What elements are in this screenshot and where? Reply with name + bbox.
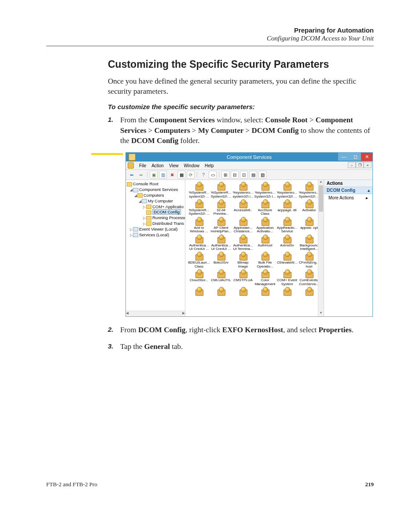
dcom-item[interactable]: ComEvents.ComServic... <box>298 269 320 286</box>
dcom-item[interactable]: AccStoreClass <box>254 199 276 216</box>
dcom-item[interactable]: COM+ EventSystem <box>276 269 298 286</box>
tree-horizontal-scrollbar[interactable]: ◀▶ <box>126 311 185 316</box>
dcom-item[interactable]: Bulk FileOperatio... <box>254 252 276 268</box>
dcom-item[interactable]: CMLUAUTIL <box>210 269 232 286</box>
scroll-thumb[interactable] <box>319 185 323 212</box>
minimize-button[interactable]: — <box>338 153 350 161</box>
dcom-item[interactable]: CElevateW... <box>276 252 298 268</box>
dcom-item[interactable]: %systemro...system32\ ... <box>276 182 298 198</box>
toolbar-extra-3[interactable]: ⊡ <box>240 171 248 179</box>
up-button[interactable]: ▣ <box>150 171 158 179</box>
dcom-item[interactable]: Activator <box>298 199 320 216</box>
dcom-item[interactable]: BDEUILaun...Class <box>188 252 210 268</box>
toolbar-extra-2[interactable]: ⊟ <box>231 171 239 179</box>
tree-component-services[interactable]: Component Services <box>139 187 178 192</box>
dcom-component-icon <box>282 269 292 278</box>
dcom-item[interactable]: Authentica...UI CredUI ... <box>210 235 232 251</box>
actions-more-actions[interactable]: More Actions▸ <box>324 194 372 202</box>
dcom-item[interactable]: Add toWindows ... <box>188 217 210 234</box>
dcom-item[interactable]: %SystemR...System32\ ... <box>188 199 210 216</box>
dcom-item[interactable]: Accessibili.. <box>232 199 254 216</box>
actions-section[interactable]: DCOM Config▴ <box>324 187 372 194</box>
step-number: 3. <box>108 341 120 352</box>
tree-computers[interactable]: Computers <box>144 193 164 198</box>
dcom-item[interactable]: %systemro...System32\ I... <box>254 182 276 198</box>
dcom-item-sublabel: system32\ i... <box>232 195 254 198</box>
toolbar-extra-5[interactable]: ▧ <box>258 171 266 179</box>
dcom-item[interactable]: BitmapImage <box>232 252 254 268</box>
close-button[interactable]: ✕ <box>361 153 372 161</box>
dcom-item[interactable]: CloudStor... <box>188 269 210 286</box>
dcom-item[interactable]: AppInstan...CInstance... <box>232 217 254 234</box>
dcom-item[interactable]: %SystemR...system32\ ... <box>188 182 210 198</box>
tree-dcom-config[interactable]: DCOM Config <box>152 209 181 215</box>
tree-com-plus-applications[interactable]: COM+ Applicatio <box>152 204 184 209</box>
menu-action[interactable]: Action <box>151 163 164 168</box>
menubar: File Action View Window Help – ❐ × <box>126 161 372 170</box>
mdi-restore-button[interactable]: ❐ <box>356 162 364 168</box>
actions-collapse-icon[interactable]: ▴ <box>368 188 370 193</box>
dcom-item-sublabel: system32\ ... <box>276 195 298 198</box>
mdi-minimize-button[interactable]: – <box>348 162 356 168</box>
tree-console-root[interactable]: Console Root <box>133 181 158 186</box>
show-hide-button[interactable]: ▥ <box>159 171 167 179</box>
dcom-component-icon <box>304 182 314 191</box>
content-pane[interactable]: %SystemR...system32\ ...%SystemR...Syste… <box>185 180 324 316</box>
dcom-item[interactable] <box>188 287 210 296</box>
dcom-item[interactable]: AuthHost <box>254 235 276 251</box>
dcom-item[interactable]: %systemro...system32\ i... <box>232 182 254 198</box>
delete-button[interactable]: ✖ <box>168 171 176 179</box>
menu-file[interactable]: File <box>139 163 146 168</box>
content-vertical-scrollbar[interactable]: ▲ ▼ <box>318 180 324 316</box>
menu-view[interactable]: View <box>169 163 179 168</box>
header-title: Preparing for Automation <box>46 26 374 34</box>
menu-window[interactable]: Window <box>184 163 199 168</box>
dcom-item[interactable] <box>298 287 320 296</box>
dcom-item[interactable] <box>210 287 232 296</box>
dcom-item[interactable] <box>276 287 298 296</box>
dcom-item[interactable]: Authentica...UI CredUI ... <box>188 235 210 251</box>
dcom-item[interactable]: AP ClientHxHelpPan... <box>210 217 232 234</box>
dcom-item[interactable]: CMSTPLUA <box>232 269 254 286</box>
forward-button[interactable]: ➡ <box>137 171 145 179</box>
dcom-item[interactable]: %SystemR...System32\ ... <box>210 182 232 198</box>
dcom-item[interactable]: AxInstSv <box>276 235 298 251</box>
dcom-item[interactable] <box>254 287 276 296</box>
dcom-item[interactable]: ColorManagement <box>254 269 276 286</box>
dcom-component-icon <box>282 235 292 243</box>
tree-running-processes[interactable]: Running Processe <box>152 215 185 220</box>
dcom-item[interactable]: ApplicationActivatio... <box>254 217 276 234</box>
help-button[interactable]: ? <box>199 171 207 179</box>
dcom-item[interactable]: AppReadin...Service <box>276 217 298 234</box>
mdi-close-button[interactable]: × <box>364 162 372 168</box>
tree-my-computer[interactable]: My Computer <box>148 198 173 203</box>
dcom-item[interactable]: %systemro...System32\ ... <box>298 182 320 198</box>
dcom-item[interactable]: BdeUISrv <box>210 252 232 268</box>
properties-button[interactable]: ▦ <box>177 171 185 179</box>
footer-left: FTB-2 and FTB-2 Pro <box>46 481 97 488</box>
dcom-component-icon <box>238 287 248 296</box>
dcom-row: Add toWindows ...AP ClientHxHelpPan...Ap… <box>188 217 323 234</box>
dcom-item[interactable]: Authentica...UI Termina... <box>232 235 254 251</box>
dcom-item[interactable]: CFmIfsEng...host <box>298 252 320 268</box>
new-window-button[interactable]: ▭ <box>209 171 217 179</box>
dcom-item[interactable]: 32-bitPreview... <box>210 199 232 216</box>
menu-help[interactable]: Help <box>205 163 214 168</box>
dcom-item[interactable]: BackgroundIntelligent... <box>298 235 320 251</box>
dcom-row: BDEUILaun...ClassBdeUISrvBitmapImageBulk… <box>188 252 323 268</box>
maximize-button[interactable]: ◻ <box>350 153 361 161</box>
toolbar-extra-1[interactable]: ⊞ <box>221 171 229 179</box>
dcom-item[interactable]: acppage. dll <box>276 199 298 216</box>
refresh-button[interactable]: ⟳ <box>187 171 195 179</box>
scroll-up-icon[interactable]: ▲ <box>318 180 324 185</box>
scroll-down-icon[interactable]: ▼ <box>318 311 324 316</box>
dcom-item[interactable]: appwiz. cpl <box>298 217 320 234</box>
tree-event-viewer[interactable]: Event Viewer (Local) <box>139 227 177 231</box>
back-button[interactable]: ⬅ <box>128 171 136 179</box>
toolbar-extra-4[interactable]: ▤ <box>249 171 257 179</box>
dcom-item-label: acppage. dll <box>276 209 298 212</box>
tree-services[interactable]: Services (Local) <box>139 232 169 237</box>
tree-distributed-trans[interactable]: Distributed Trans <box>152 221 184 226</box>
tree-pane[interactable]: Console Root ◢Component Services ◢Comput… <box>126 180 185 316</box>
dcom-item[interactable] <box>232 287 254 296</box>
